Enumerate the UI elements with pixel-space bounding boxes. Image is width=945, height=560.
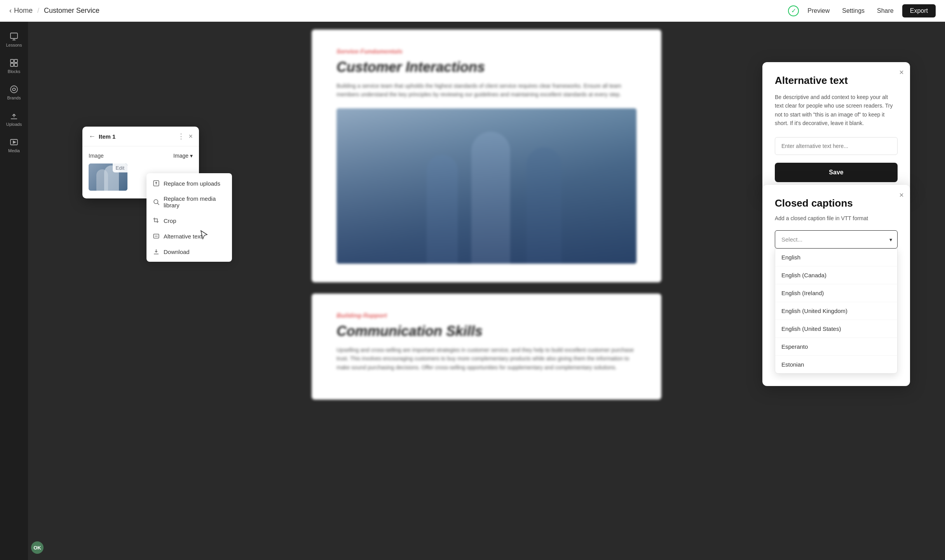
cc-panel: × Closed captions Add a closed caption f…: [762, 185, 910, 386]
cc-option-esperanto[interactable]: Esperanto: [775, 338, 897, 356]
sidebar-item-uploads[interactable]: Uploads: [2, 107, 26, 130]
cc-title: Closed captions: [775, 197, 898, 209]
main-canvas: Service Fundamentals Customer Interactio…: [28, 22, 945, 560]
alt-text-panel: × Alternative text Be descriptive and ad…: [762, 62, 910, 195]
item-panel-header: ← Item 1 ⋮ ×: [82, 127, 199, 146]
alt-text-close-button[interactable]: ×: [899, 68, 904, 76]
preview-button[interactable]: Preview: [804, 5, 833, 17]
item-panel-dots-button[interactable]: ⋮: [178, 132, 185, 141]
context-menu-alt-text[interactable]: Alternative text: [146, 228, 232, 244]
brands-label: Brands: [7, 96, 21, 100]
sidebar: Lessons Blocks Brands Uploads Media: [0, 22, 28, 560]
context-menu-replace-media[interactable]: Replace from media library: [146, 191, 232, 213]
alt-text-input[interactable]: [775, 137, 898, 155]
svg-rect-0: [10, 33, 17, 38]
export-button[interactable]: Export: [902, 4, 936, 17]
item-panel-back-button[interactable]: ←: [89, 132, 96, 141]
search-icon: [153, 198, 160, 205]
image-type-chevron: ▾: [190, 153, 193, 159]
cc-option-english-uk[interactable]: English (United Kingdom): [775, 302, 897, 320]
svg-line-12: [157, 203, 159, 205]
image-type-selector[interactable]: Image ▾: [173, 153, 193, 159]
image-thumbnail-wrapper: Edit: [89, 163, 127, 191]
blocks-label: Blocks: [8, 69, 20, 74]
svg-point-11: [154, 200, 158, 204]
svg-rect-6: [14, 63, 17, 66]
page-heading-2: Communication Skills: [337, 323, 636, 339]
image-overlay: [337, 108, 636, 264]
status-check-icon: ✓: [788, 5, 799, 16]
cc-dropdown: English English (Canada) English (Irelan…: [775, 248, 898, 374]
page-subtitle-2: Building Rapport: [337, 312, 636, 319]
alt-text-title: Alternative text: [775, 75, 898, 87]
topbar-right: ✓ Preview Settings Share Export: [788, 4, 936, 17]
sidebar-item-media[interactable]: Media: [2, 134, 26, 157]
image-type-label: Image: [173, 153, 188, 159]
context-menu: Replace from uploads Replace from media …: [146, 173, 232, 262]
item-panel-title: Item 1: [99, 133, 174, 140]
lessons-label: Lessons: [6, 43, 22, 47]
breadcrumb-separator: /: [37, 7, 39, 15]
back-arrow-icon: ‹: [9, 7, 12, 15]
cc-option-english-canada[interactable]: English (Canada): [775, 266, 897, 284]
svg-rect-5: [10, 63, 14, 66]
svg-rect-3: [10, 59, 14, 63]
alt-text-description: Be descriptive and add context to keep y…: [775, 93, 898, 128]
media-label: Media: [8, 148, 20, 153]
topbar-left: ‹ Home / Customer Service: [9, 7, 788, 15]
context-menu-download-label: Download: [164, 249, 190, 255]
settings-button[interactable]: Settings: [838, 5, 868, 17]
cc-option-english-us[interactable]: English (United States): [775, 320, 897, 338]
uploads-label: Uploads: [6, 122, 22, 127]
context-menu-crop[interactable]: Crop: [146, 213, 232, 228]
topbar: ‹ Home / Customer Service ✓ Preview Sett…: [0, 0, 945, 22]
cc-description: Add a closed caption file in VTT format: [775, 214, 898, 223]
cc-language-select[interactable]: Select...: [775, 230, 898, 249]
page-subtitle-1: Service Fundamentals: [337, 48, 636, 55]
blocks-icon: [9, 58, 19, 68]
page-title: Customer Service: [44, 7, 99, 15]
media-icon: [9, 137, 19, 147]
sidebar-item-lessons[interactable]: Lessons: [2, 28, 26, 51]
cc-option-estonian[interactable]: Estonian: [775, 356, 897, 373]
cc-close-button[interactable]: ×: [899, 191, 904, 199]
context-menu-crop-label: Crop: [164, 217, 176, 224]
svg-point-7: [10, 86, 17, 93]
edit-label[interactable]: Edit: [113, 163, 127, 172]
cc-option-english-ireland[interactable]: English (Ireland): [775, 284, 897, 302]
share-button[interactable]: Share: [873, 5, 898, 17]
context-menu-replace-uploads[interactable]: Replace from uploads: [146, 176, 232, 191]
upload-icon: [153, 180, 160, 187]
download-icon: [153, 248, 160, 255]
page-body-1: Building a service team that upholds the…: [337, 82, 636, 99]
alt-text-save-button[interactable]: Save: [775, 163, 898, 182]
alt-text-icon: [153, 233, 160, 240]
avatar[interactable]: OK: [31, 541, 44, 554]
page-image-1: [337, 108, 636, 264]
cc-select-wrapper: Select... ▾: [775, 230, 898, 249]
svg-marker-9: [13, 141, 16, 143]
page-heading-1: Customer Interactions: [337, 59, 636, 75]
back-button[interactable]: ‹ Home: [9, 7, 33, 15]
brands-icon: [9, 85, 19, 94]
page-body-2: Upselling and cross-selling are importan…: [337, 346, 636, 372]
image-label: Image: [89, 153, 104, 159]
page-section-1: Service Fundamentals Customer Interactio…: [312, 30, 661, 282]
sidebar-item-blocks[interactable]: Blocks: [2, 54, 26, 78]
context-menu-replace-media-label: Replace from media library: [164, 195, 226, 209]
context-menu-alt-text-label: Alternative text: [164, 233, 202, 240]
sidebar-item-brands[interactable]: Brands: [2, 81, 26, 104]
back-label[interactable]: Home: [14, 7, 33, 15]
crop-icon: [153, 217, 160, 224]
cc-option-english[interactable]: English: [775, 249, 897, 266]
svg-rect-4: [14, 59, 17, 63]
page-section-2: Building Rapport Communication Skills Up…: [312, 294, 661, 400]
lessons-icon: [9, 32, 19, 41]
context-menu-replace-uploads-label: Replace from uploads: [164, 180, 220, 187]
uploads-icon: [9, 111, 19, 120]
item-panel-close-button[interactable]: ×: [188, 132, 193, 141]
item-panel-image-row: Image Image ▾: [89, 153, 193, 159]
context-menu-download[interactable]: Download: [146, 244, 232, 259]
